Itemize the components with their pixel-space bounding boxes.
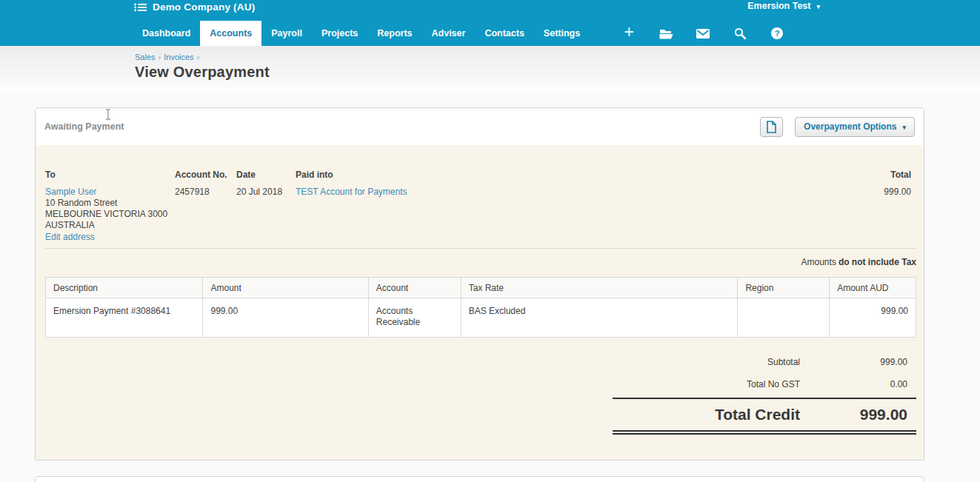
user-menu-label: Emersion Test — [747, 1, 810, 11]
breadcrumb-separator: › — [197, 53, 200, 61]
cell-tax-rate: BAS Excluded — [461, 298, 738, 338]
tab-contacts[interactable]: Contacts — [475, 21, 533, 46]
paid-into-label: Paid into — [296, 170, 407, 180]
subtotal-label: Subtotal — [613, 357, 800, 367]
cell-account: Accounts Receivable — [368, 298, 461, 338]
tab-accounts[interactable]: Accounts — [200, 21, 261, 46]
breadcrumb: Sales›Invoices› — [135, 53, 980, 61]
total-credit-value: 999.00 — [800, 406, 916, 424]
contact-link[interactable]: Sample User — [45, 187, 96, 197]
breadcrumb-separator: › — [159, 53, 161, 61]
date-label: Date — [236, 170, 296, 180]
subtotal-value: 999.00 — [800, 357, 916, 367]
account-no-section: Account No. 2457918 — [175, 170, 236, 242]
card-body: To Sample User 10 Random Street MELBOURN… — [36, 145, 924, 460]
page-header-band: Sales›Invoices› View Overpayment — [0, 46, 980, 93]
edit-address-link[interactable]: Edit address — [45, 232, 95, 242]
search-icon[interactable] — [721, 27, 759, 39]
overpayment-options-label: Overpayment Options — [804, 121, 896, 132]
account-no-label: Account No. — [175, 170, 236, 180]
chevron-down-icon: ▾ — [816, 2, 820, 10]
add-new-icon[interactable]: + — [610, 24, 647, 43]
to-label: To — [45, 170, 175, 180]
tab-adviser[interactable]: Adviser — [422, 21, 476, 46]
nav-icon-group: + ? — [610, 21, 796, 46]
cell-amount: 999.00 — [203, 298, 368, 338]
total-credit-row: Total Credit 999.00 — [613, 399, 916, 430]
organisation-menu-icon[interactable] — [134, 3, 147, 12]
organisation-row: Demo Company (AU) Emersion Test ▾ — [0, 0, 980, 13]
total-value: 999.00 — [884, 187, 911, 197]
tax-note-prefix: Amounts — [801, 257, 836, 267]
col-amount-aud: Amount AUD — [830, 278, 916, 298]
cell-amount-aud: 999.00 — [830, 298, 916, 338]
col-region: Region — [738, 278, 830, 298]
tax-note: Amountsdo not include Tax — [45, 257, 916, 267]
main-nav: Dashboard Accounts Payroll Projects Repo… — [133, 21, 796, 46]
breadcrumb-invoices-link[interactable]: Invoices — [164, 53, 193, 61]
totals-double-rule — [613, 430, 916, 435]
tab-dashboard[interactable]: Dashboard — [133, 21, 200, 46]
total-section: Total 999.00 — [884, 170, 916, 242]
address-line: AUSTRALIA — [45, 220, 175, 231]
overpayment-card: Awaiting Payment Overpayment Options ▾ — [35, 107, 924, 461]
date-section: Date 20 Jul 2018 — [236, 170, 296, 242]
to-section: To Sample User 10 Random Street MELBOURN… — [45, 170, 175, 242]
cell-region — [738, 298, 830, 338]
overpayment-details: To Sample User 10 Random Street MELBOURN… — [45, 170, 916, 242]
top-navigation-bar: Demo Company (AU) Emersion Test ▾ Dashbo… — [0, 0, 980, 46]
document-icon — [767, 121, 776, 133]
details-divider — [45, 248, 916, 249]
card-header: Awaiting Payment Overpayment Options ▾ — [36, 108, 924, 145]
company-name[interactable]: Demo Company (AU) — [153, 1, 255, 13]
address-line: MELBOURNE VICTORIA 3000 — [45, 209, 175, 220]
line-items-table: Description Amount Account Tax Rate Regi… — [45, 277, 916, 338]
tab-payroll[interactable]: Payroll — [261, 21, 312, 46]
col-tax-rate: Tax Rate — [461, 278, 738, 298]
col-amount: Amount — [203, 278, 368, 298]
total-no-gst-label: Total No GST — [613, 379, 800, 389]
card-actions: Overpayment Options ▾ — [760, 117, 915, 137]
paid-into-section: Paid into TEST Account for Payments — [296, 170, 407, 242]
files-folder-icon[interactable] — [647, 28, 684, 39]
col-account: Account — [368, 278, 461, 298]
account-no-value: 2457918 — [175, 187, 236, 197]
paid-into-account-link[interactable]: TEST Account for Payments — [296, 187, 407, 197]
text-cursor — [104, 108, 112, 124]
status-badge: Awaiting Payment — [44, 121, 124, 132]
tab-projects[interactable]: Projects — [312, 21, 367, 46]
tab-reports[interactable]: Reports — [367, 21, 421, 46]
total-credit-label: Total Credit — [613, 406, 800, 424]
overpayment-options-button[interactable]: Overpayment Options ▾ — [795, 117, 915, 137]
subtotal-row: Subtotal 999.00 — [613, 351, 916, 373]
tax-note-bold: do not include Tax — [839, 257, 916, 267]
page-title: View Overpayment — [135, 64, 980, 81]
total-label: Total — [884, 170, 911, 180]
help-icon[interactable]: ? — [759, 27, 796, 39]
total-no-gst-value: 0.00 — [800, 379, 916, 389]
total-no-gst-row: Total No GST 0.00 — [613, 373, 916, 395]
mail-icon[interactable] — [684, 29, 721, 39]
chevron-down-icon: ▾ — [902, 123, 906, 131]
cell-description: Emersion Payment #3088641 — [46, 298, 203, 338]
col-description: Description — [46, 278, 203, 298]
table-row: Emersion Payment #3088641 999.00 Account… — [46, 298, 916, 338]
history-card-stub — [35, 476, 924, 482]
tab-settings[interactable]: Settings — [534, 21, 590, 46]
main-content: Awaiting Payment Overpayment Options ▾ — [0, 93, 980, 482]
user-menu[interactable]: Emersion Test ▾ — [747, 1, 820, 11]
breadcrumb-sales-link[interactable]: Sales — [135, 53, 156, 61]
address-line: 10 Random Street — [45, 198, 175, 209]
totals-section: Subtotal 999.00 Total No GST 0.00 Total … — [613, 351, 916, 435]
date-value: 20 Jul 2018 — [236, 187, 296, 197]
table-header-row: Description Amount Account Tax Rate Regi… — [46, 278, 916, 298]
print-pdf-button[interactable] — [760, 117, 783, 137]
